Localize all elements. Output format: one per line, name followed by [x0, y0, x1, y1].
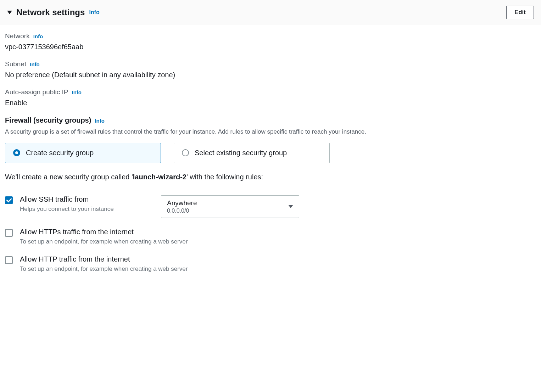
- sg-text-post: ' with the following rules:: [186, 173, 263, 181]
- rules-list: Allow SSH traffic from Helps you connect…: [5, 195, 536, 273]
- publicip-field: Auto-assign public IP Info Enable: [5, 88, 536, 107]
- radio-icon: [13, 149, 20, 156]
- ssh-label: Allow SSH traffic from: [20, 195, 154, 203]
- firewall-info-link[interactable]: Info: [95, 118, 105, 124]
- network-value: vpc-0377153696ef65aab: [5, 43, 536, 51]
- rule-http-row: Allow HTTP traffic from the internet To …: [5, 255, 536, 273]
- collapse-icon[interactable]: [7, 11, 12, 14]
- ssh-source-select[interactable]: Anywhere 0.0.0.0/0: [161, 195, 299, 218]
- header-info-link[interactable]: Info: [89, 9, 99, 16]
- rule-https-row: Allow HTTPs traffic from the internet To…: [5, 228, 536, 245]
- sg-text-pre: We'll create a new security group called…: [5, 173, 133, 181]
- publicip-label: Auto-assign public IP: [5, 88, 68, 96]
- panel-header: Network settings Info Edit: [0, 0, 541, 25]
- subnet-value: No preference (Default subnet in any ava…: [5, 71, 536, 79]
- http-checkbox[interactable]: [5, 256, 13, 264]
- sg-create-text: We'll create a new security group called…: [5, 173, 536, 181]
- https-checkbox[interactable]: [5, 229, 13, 237]
- ssh-hint: Helps you connect to your instance: [20, 206, 154, 213]
- ssh-checkbox[interactable]: [5, 196, 13, 204]
- radio-icon: [182, 149, 189, 156]
- sg-name: launch-wizard-2: [133, 173, 186, 181]
- https-hint: To set up an endpoint, for example when …: [20, 238, 536, 245]
- edit-button[interactable]: Edit: [506, 6, 534, 19]
- panel-header-left: Network settings Info: [7, 7, 100, 17]
- http-hint: To set up an endpoint, for example when …: [20, 265, 536, 273]
- sg-radio-group: Create security group Select existing se…: [5, 143, 536, 163]
- ssh-source-primary: Anywhere: [167, 199, 197, 207]
- radio-create-label: Create security group: [26, 149, 94, 157]
- subnet-info-link[interactable]: Info: [30, 61, 40, 67]
- subnet-field: Subnet Info No preference (Default subne…: [5, 60, 536, 79]
- rule-ssh-row: Allow SSH traffic from Helps you connect…: [5, 195, 536, 218]
- publicip-info-link[interactable]: Info: [72, 89, 82, 95]
- ssh-source-secondary: 0.0.0.0/0: [167, 208, 197, 214]
- firewall-section: Firewall (security groups) Info A securi…: [5, 116, 536, 273]
- chevron-down-icon: [288, 205, 293, 208]
- subnet-label: Subnet: [5, 60, 26, 68]
- https-label: Allow HTTPs traffic from the internet: [20, 228, 536, 236]
- network-info-link[interactable]: Info: [33, 33, 43, 39]
- http-label: Allow HTTP traffic from the internet: [20, 255, 536, 263]
- firewall-desc: A security group is a set of firewall ru…: [5, 127, 536, 136]
- publicip-value: Enable: [5, 99, 536, 107]
- radio-select-sg[interactable]: Select existing security group: [174, 143, 330, 163]
- network-field: Network Info vpc-0377153696ef65aab: [5, 32, 536, 51]
- radio-select-label: Select existing security group: [195, 149, 287, 157]
- network-label: Network: [5, 32, 30, 40]
- panel-title: Network settings: [16, 7, 85, 17]
- firewall-title: Firewall (security groups): [5, 116, 91, 124]
- radio-create-sg[interactable]: Create security group: [5, 143, 161, 163]
- panel-body: Network Info vpc-0377153696ef65aab Subne…: [0, 25, 541, 290]
